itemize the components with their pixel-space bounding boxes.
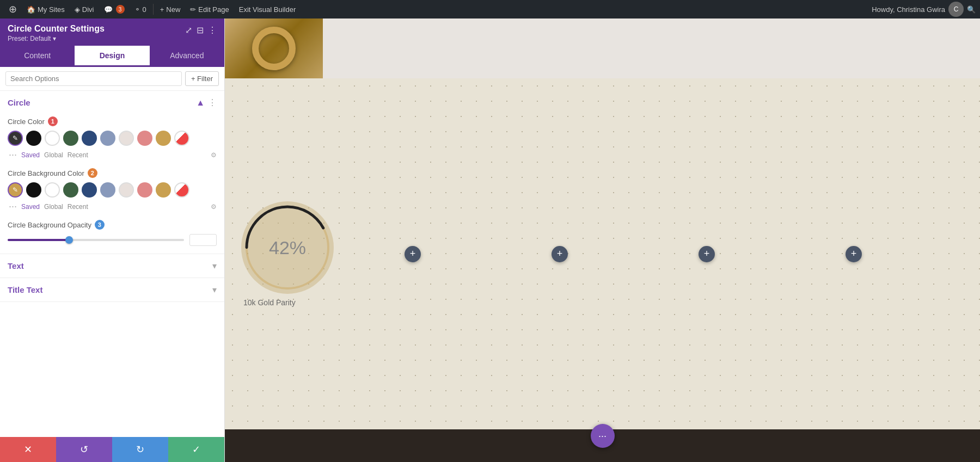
tab-content[interactable]: Content [0,46,75,67]
color-swatch-offwhite[interactable] [119,131,134,146]
color-swatch-black[interactable] [26,131,41,146]
new-button[interactable]: + New [156,0,185,19]
canvas-top-section [225,19,980,78]
comments-button[interactable]: 💬 3 [100,0,129,19]
bg-color-swatch-offwhite[interactable] [119,182,134,198]
circle-bg-color-swatches: ✎ [8,182,217,198]
preset-selector[interactable]: Preset: Default ▾ [8,35,105,42]
settings-sidebar: Circle Counter Settings Preset: Default … [0,19,225,462]
edit-page-button[interactable]: ✏ Edit Page [186,0,233,19]
circle-section-header[interactable]: Circle ▲ ⋮ [0,91,224,114]
add-column-button-4[interactable]: + [846,246,862,262]
circle-bg-color-active-swatch[interactable]: ✎ [8,182,23,198]
text-section-title: Text [8,261,209,270]
bg-color-swatch-black[interactable] [26,182,41,198]
more-bg-swatches-icon[interactable]: ··· [9,201,17,212]
cancel-button[interactable]: ✕ [0,437,56,462]
circle-color-active-swatch[interactable]: ✎ [8,131,23,146]
confirm-button[interactable]: ✓ [168,437,224,462]
color-swatch-white[interactable] [45,131,60,146]
search-input[interactable] [5,71,182,86]
bubble-button[interactable]: ⚬ 0 [130,0,151,19]
new-label: New [166,5,180,14]
redo-button[interactable]: ↻ [112,437,168,462]
saved-label: Saved [21,151,40,159]
color-swatch-navy[interactable] [82,131,97,146]
sidebar-spacer [0,302,224,437]
bubble-icon: ⚬ [134,5,140,14]
admin-bar-left: ⊕ 🏠 My Sites ◈ Divi 💬 3 ⚬ 0 + New ✏ Edit… [4,0,300,19]
bg-color-swatch-gold[interactable] [156,182,171,198]
action-bar: ✕ ↺ ↻ ✓ [0,437,224,462]
title-text-section: Title Text ▾ [0,278,224,302]
opacity-slider-track[interactable] [8,239,184,241]
undo-icon: ↺ [80,443,88,455]
color-swatch-transparent[interactable] [174,131,189,146]
text-section-header[interactable]: Text ▾ [0,254,224,278]
cancel-icon: ✕ [24,443,32,455]
circle-bg-color-label: Circle Background Color 2 [8,168,217,178]
opacity-slider-thumb[interactable] [65,236,73,244]
user-greeting: Howdy, Christina Gwira [872,5,945,14]
color-swatch-gold[interactable] [156,131,171,146]
tab-advanced[interactable]: Advanced [150,46,224,67]
sidebar-header-icons: ⤢ ⊟ ⋮ [185,25,217,35]
bg-color-swatch-transparent[interactable] [174,182,189,198]
recent-label: Recent [68,151,88,159]
circle-section: Circle ▲ ⋮ Circle Color 1 ✎ [0,91,224,254]
title-text-section-header[interactable]: Title Text ▾ [0,278,224,301]
bg-color-swatch-slate[interactable] [100,182,115,198]
divi-button[interactable]: ◈ Divi [70,0,99,19]
bubble-count: 0 [143,5,146,14]
circle-menu-icon[interactable]: ⋮ [208,97,217,108]
panel-icon[interactable]: ⊟ [197,25,204,35]
exit-label: Exit Visual Builder [239,5,296,14]
color-swatch-pink[interactable] [137,131,152,146]
more-swatches-icon[interactable]: ··· [9,149,17,161]
avatar: C [948,2,964,17]
canvas-footer: ··· [225,429,980,462]
circle-color-badge: 1 [48,116,58,126]
add-column-button-3[interactable]: + [699,246,715,262]
redo-icon: ↻ [136,443,144,455]
tab-design[interactable]: Design [75,46,149,67]
more-icon[interactable]: ⋮ [208,25,217,35]
opacity-value-input[interactable]: 0.5 [189,234,217,246]
text-collapse-icon[interactable]: ▾ [212,261,217,271]
expand-icon[interactable]: ⤢ [185,25,192,35]
wp-icon: ⊕ [9,3,17,15]
mysites-button[interactable]: 🏠 My Sites [22,0,69,19]
exit-builder-button[interactable]: Exit Visual Builder [235,0,301,19]
canvas-image-area [225,19,323,78]
add-column-button-1[interactable]: + [405,246,421,262]
circle-collapse-icon[interactable]: ▲ [196,98,205,108]
floating-action-button[interactable]: ··· [591,424,615,448]
bg-color-swatch-white[interactable] [45,182,60,198]
title-text-collapse-icon[interactable]: ▾ [212,285,217,295]
bg-color-swatch-navy[interactable] [82,182,97,198]
color-swatch-slate[interactable] [100,131,115,146]
bg-color-swatch-darkgreen[interactable] [63,182,78,198]
wp-logo-button[interactable]: ⊕ [4,0,21,19]
bg-color-swatch-pink[interactable] [137,182,152,198]
bg-color-settings-icon[interactable]: ⚙ [211,203,217,211]
circle-bg-color-badge: 2 [88,168,97,178]
circle-section-title: Circle [8,98,193,107]
search-icon[interactable]: 🔍 [967,5,976,14]
filter-button[interactable]: + Filter [185,71,219,86]
color-settings-icon[interactable]: ⚙ [211,151,217,159]
sidebar-title: Circle Counter Settings [8,24,105,34]
title-text-section-title: Title Text [8,285,209,294]
main-layout: Circle Counter Settings Preset: Default … [0,19,980,462]
comment-icon: 💬 [104,5,113,14]
gold-ring-image [252,27,296,70]
confirm-icon: ✓ [192,443,200,455]
circle-color-label: Circle Color 1 [8,116,217,126]
add-column-button-2[interactable]: + [552,246,568,262]
circle-color-meta: ··· Saved Global Recent ⚙ [8,149,217,161]
circle-label-text: 10k Gold Parity [241,298,296,307]
pencil-icon: ✏ [190,5,196,14]
circle-section-content: Circle Color 1 ✎ ··· Save [0,114,224,254]
color-swatch-darkgreen[interactable] [63,131,78,146]
undo-button[interactable]: ↺ [56,437,112,462]
